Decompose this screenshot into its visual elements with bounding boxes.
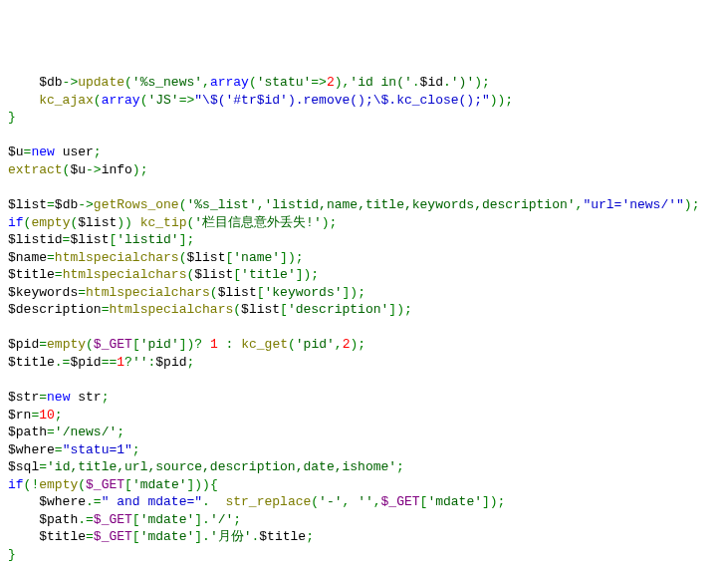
code-line: if(empty($list)) kc_tip('栏目信息意外丢失!');: [8, 214, 720, 232]
token-op: ;: [117, 425, 124, 439]
code-line: [8, 127, 720, 144]
token-str-q: 'mdate': [427, 494, 482, 509]
token-var: $list: [218, 285, 257, 300]
token-op: =>: [179, 93, 195, 108]
token-var: $listid: [8, 232, 63, 247]
code-line: $rn=10;: [8, 407, 720, 425]
code-editor[interactable]: $db->update('%s_news',array('statu'=>2),…: [8, 74, 720, 569]
token-br: (: [288, 337, 296, 352]
code-line: if(!empty($_GET['mdate'])){: [8, 476, 720, 494]
token-str-q: 'id,title,url,source,description,date,is…: [47, 459, 396, 474]
token-var: $where: [8, 442, 55, 457]
code-line: $where="statu=1";: [8, 441, 720, 459]
code-line: kc_ajax(array('JS'=>"\$('#tr$id').remove…: [8, 92, 720, 110]
token-op: ;: [132, 442, 140, 457]
token-var: $pid: [8, 337, 39, 352]
token-fn: empty: [31, 215, 70, 230]
token-br: (: [311, 494, 319, 509]
token-op: =: [39, 390, 47, 405]
token-str-q: 'title': [241, 267, 296, 282]
token-br: ]): [482, 494, 498, 509]
token-br: [: [257, 285, 265, 300]
token-op: =: [39, 337, 47, 352]
token-op: .: [412, 75, 420, 90]
token-fn: empty: [47, 337, 86, 352]
token-str-q: 'mdate': [132, 477, 187, 492]
token-purple: $_GET: [94, 529, 132, 544]
code-line: $title.=$pid==1?'':$pid;: [8, 354, 720, 372]
token-var: str: [70, 390, 101, 405]
token-op: .: [202, 512, 210, 527]
code-line: $list=$db->getRows_one('%s_list','listid…: [8, 196, 720, 214]
token-var: [8, 93, 39, 108]
token-str-dq: "\$('#tr$id').remove();\$.kc_close();": [194, 93, 489, 108]
code-line: [8, 178, 720, 196]
code-line: $str=new str;: [8, 389, 720, 407]
token-kw: new: [31, 144, 54, 159]
token-op: ;: [396, 459, 404, 474]
token-op: ;: [306, 529, 314, 544]
token-var: $rn: [8, 408, 31, 423]
token-fn: update: [78, 75, 124, 90]
code-line: [8, 371, 720, 389]
token-op: ;: [55, 408, 63, 423]
token-op: ;: [187, 355, 195, 370]
token-op: ;: [482, 75, 490, 90]
token-fn: kc_get: [241, 337, 288, 352]
token-var: $title: [8, 355, 55, 370]
token-fn: htmlspecialchars: [55, 250, 179, 265]
token-str-dq: "statu=1": [63, 442, 132, 457]
token-num: 1: [117, 355, 124, 370]
token-op: ,: [335, 337, 343, 352]
token-str-q: 'statu': [257, 75, 312, 90]
token-br: ): [132, 162, 140, 177]
token-var: $path: [8, 425, 47, 439]
code-line: $path.=$_GET['mdate'].'/';: [8, 511, 720, 529]
token-op: ;: [358, 285, 365, 300]
token-purple: $_GET: [381, 494, 420, 509]
token-op: ==: [102, 355, 118, 370]
token-var: $sql: [8, 459, 39, 474]
code-line: }: [8, 546, 720, 564]
token-br: ): [474, 75, 482, 90]
token-br: ]): [343, 285, 359, 300]
token-fn: str_replace: [225, 494, 311, 509]
token-var: $u: [8, 144, 24, 159]
token-purple: $_GET: [86, 477, 124, 492]
token-num: 2: [327, 75, 335, 90]
token-op: =>: [311, 75, 327, 90]
token-br: ]: [194, 512, 202, 527]
token-op: ;: [186, 232, 194, 247]
token-op: ,: [202, 75, 210, 90]
token-var: $id: [420, 75, 443, 90]
token-op: =: [55, 267, 63, 282]
token-str-q: 'name': [233, 250, 280, 265]
token-op: ;: [94, 144, 102, 159]
token-str-q: '月份': [210, 529, 252, 544]
token-str-q: '-': [319, 494, 342, 509]
token-var: $list: [186, 250, 225, 265]
token-var: [132, 215, 140, 230]
token-str-q: '%s_list': [186, 197, 256, 212]
token-br: )): [490, 93, 506, 108]
token-br: }: [8, 547, 16, 562]
token-op: ;: [692, 197, 700, 212]
token-str-q: '/news/': [55, 425, 117, 439]
token-br: )): [117, 215, 132, 230]
token-br: (: [78, 477, 86, 492]
token-var: $name: [8, 250, 47, 265]
token-str-q: '%s_news': [132, 75, 202, 90]
token-op: .=: [86, 494, 102, 509]
code-line: $pid=empty($_GET['pid'])? 1 : kc_get('pi…: [8, 336, 720, 354]
token-op: ?: [124, 355, 132, 370]
token-purple: $_GET: [94, 512, 132, 527]
token-str-q: 'JS': [147, 93, 178, 108]
token-str-q: 'listid': [117, 232, 178, 247]
token-fn: empty: [39, 477, 78, 492]
token-var: $db: [8, 75, 63, 90]
token-fn: htmlspecialchars: [109, 302, 233, 317]
token-kw: if: [8, 477, 24, 492]
token-op: ;: [404, 302, 412, 317]
token-op: ;: [311, 267, 319, 282]
token-str-q: '': [132, 355, 148, 370]
